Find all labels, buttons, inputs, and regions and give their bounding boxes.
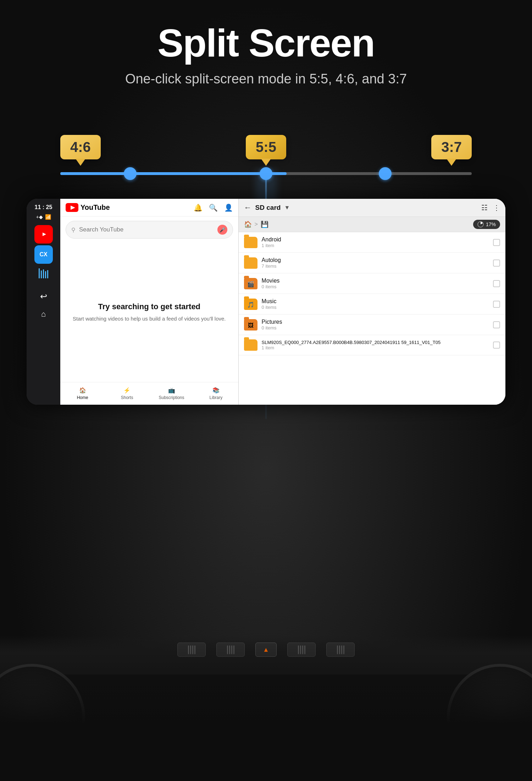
- folder-item-long[interactable]: SLM920S_EQ000_2774.A2E9557.B000B4B.59803…: [239, 335, 505, 355]
- slider-labels: 4:6 5:5 3:7: [53, 135, 479, 159]
- notification-icon[interactable]: 🔔: [194, 203, 203, 212]
- svg-marker-7: [71, 206, 75, 210]
- folder-item-autolog[interactable]: Autolog 7 items: [239, 253, 505, 273]
- file-manager-header: ← SD card ▼ ☷ ⋮: [239, 199, 505, 217]
- split-screen: 11 : 25 +◆ 📶 CX: [27, 199, 505, 405]
- bluetooth-icon: +◆: [36, 214, 43, 220]
- folder-sub-autolog: 7 items: [262, 263, 489, 269]
- status-icons: +◆ 📶: [36, 214, 51, 220]
- library-nav-icon: 📚: [212, 387, 220, 394]
- slider-label-55[interactable]: 5:5: [246, 135, 286, 159]
- breadcrumb-separator: >: [255, 221, 258, 228]
- youtube-panel: YouTube 🔔 🔍 👤 ⚲ 🎤 Try searching to get s…: [60, 199, 239, 405]
- folder-name-pictures: Pictures: [262, 319, 489, 325]
- folder-icon-autolog: [244, 257, 257, 269]
- subscriptions-nav-icon: 📺: [168, 387, 175, 394]
- folder-checkbox-pictures[interactable]: [493, 321, 500, 328]
- folder-icon-android: [244, 237, 257, 248]
- folder-item-android[interactable]: Android 1 item: [239, 232, 505, 253]
- sidebar-home-button[interactable]: ⌂: [37, 307, 51, 321]
- folder-info-pictures: Pictures 0 items: [262, 319, 489, 331]
- screen-container: 11 : 25 +◆ 📶 CX: [27, 199, 505, 405]
- sidebar-music-icon[interactable]: [34, 266, 53, 284]
- file-manager-dropdown-icon[interactable]: ▼: [284, 204, 290, 211]
- youtube-logo-text: YouTube: [81, 203, 110, 212]
- folder-checkbox-music[interactable]: [493, 301, 500, 308]
- folder-info-long: SLM920S_EQ000_2774.A2E9557.B000B4B.59803…: [262, 340, 489, 350]
- more-options-icon[interactable]: ⋮: [493, 203, 500, 212]
- slider-dot-3[interactable]: [379, 167, 392, 180]
- svg-rect-3: [41, 271, 42, 278]
- svg-rect-5: [45, 271, 46, 278]
- file-manager-title: SD card: [255, 204, 281, 212]
- account-icon[interactable]: 👤: [224, 203, 233, 212]
- sidebar-back-button[interactable]: ↩: [37, 289, 51, 304]
- sidebar-youtube-icon[interactable]: [34, 225, 53, 244]
- slider-track-container[interactable]: [53, 170, 479, 177]
- youtube-logo: YouTube: [66, 203, 110, 212]
- file-manager-breadcrumb: 🏠 > 💾 17%: [239, 217, 505, 232]
- slider-label-37[interactable]: 3:7: [431, 135, 472, 159]
- file-manager-header-icons: ☷ ⋮: [481, 203, 500, 212]
- search-icon[interactable]: 🔍: [209, 203, 218, 212]
- bottom-overlay: [0, 639, 532, 781]
- youtube-content-title: Try searching to get started: [98, 302, 201, 311]
- folder-checkbox-android[interactable]: [493, 239, 500, 246]
- search-input[interactable]: [79, 226, 214, 233]
- sidebar-cx-icon[interactable]: CX: [34, 245, 53, 264]
- storage-badge: 17%: [473, 220, 500, 229]
- slider-dot-1[interactable]: [124, 167, 137, 180]
- sidebar: 11 : 25 +◆ 📶 CX: [27, 199, 60, 405]
- youtube-search-bar[interactable]: ⚲ 🎤: [66, 221, 233, 239]
- file-manager-panel: ← SD card ▼ ☷ ⋮ 🏠 > 💾 17%: [239, 199, 505, 405]
- file-manager-list: Android 1 item Autolog 7 items: [239, 232, 505, 405]
- folder-sub-android: 1 item: [262, 243, 489, 248]
- youtube-header: YouTube 🔔 🔍 👤: [60, 199, 238, 217]
- youtube-header-icons: 🔔 🔍 👤: [194, 203, 233, 212]
- sidebar-time: 11 : 25: [35, 204, 52, 211]
- slider-track: [60, 172, 472, 175]
- svg-rect-2: [39, 268, 40, 278]
- folder-icon-long: [244, 339, 257, 351]
- shorts-nav-icon: ⚡: [123, 387, 131, 394]
- slider-dot-2[interactable]: [260, 167, 272, 180]
- folder-sub-long: 1 item: [262, 345, 489, 350]
- home-nav-icon: 🏠: [79, 387, 86, 394]
- folder-info-music: Music 0 items: [262, 298, 489, 310]
- youtube-nav-subscriptions[interactable]: 📺 Subscriptions: [149, 385, 194, 402]
- youtube-content-desc: Start watching videos to help us build a…: [73, 315, 226, 323]
- folder-name-long: SLM920S_EQ000_2774.A2E9557.B000B4B.59803…: [262, 340, 489, 345]
- wifi-icon: 📶: [45, 214, 51, 220]
- breadcrumb-folder-icon: 💾: [261, 220, 268, 228]
- page-title: Split Screen: [0, 21, 532, 64]
- microphone-icon[interactable]: 🎤: [217, 225, 227, 235]
- folder-item-movies[interactable]: 🎬 Movies 0 items: [239, 273, 505, 294]
- slider-label-46[interactable]: 4:6: [60, 135, 101, 159]
- breadcrumb-home-icon[interactable]: 🏠: [244, 220, 252, 228]
- folder-checkbox-long[interactable]: [493, 342, 500, 349]
- folder-item-pictures[interactable]: 🖼 Pictures 0 items: [239, 315, 505, 335]
- svg-rect-6: [47, 270, 48, 278]
- folder-name-music: Music: [262, 298, 489, 305]
- youtube-nav: 🏠 Home ⚡ Shorts 📺 Subscriptions 📚 Librar…: [60, 382, 238, 405]
- folder-name-autolog: Autolog: [262, 257, 489, 263]
- folder-icon-music: 🎵: [244, 299, 257, 310]
- svg-rect-4: [43, 269, 44, 278]
- youtube-nav-shorts[interactable]: ⚡ Shorts: [105, 385, 149, 402]
- folder-item-music[interactable]: 🎵 Music 0 items: [239, 294, 505, 315]
- youtube-nav-library[interactable]: 📚 Library: [194, 385, 238, 402]
- slider-track-filled: [60, 172, 287, 175]
- file-manager-back-button[interactable]: ←: [244, 203, 252, 212]
- folder-info-android: Android 1 item: [262, 236, 489, 248]
- folder-checkbox-movies[interactable]: [493, 280, 500, 287]
- list-view-icon[interactable]: ☷: [481, 203, 488, 212]
- folder-sub-music: 0 items: [262, 305, 489, 310]
- youtube-nav-home-label: Home: [77, 395, 88, 400]
- folder-checkbox-autolog[interactable]: [493, 260, 500, 267]
- page-subtitle: One-click split-screen mode in 5:5, 4:6,…: [0, 71, 532, 87]
- folder-icon-movies: 🎬: [244, 278, 257, 289]
- folder-info-autolog: Autolog 7 items: [262, 257, 489, 269]
- youtube-logo-icon: [66, 203, 78, 212]
- youtube-nav-home[interactable]: 🏠 Home: [60, 385, 105, 402]
- folder-name-movies: Movies: [262, 278, 489, 284]
